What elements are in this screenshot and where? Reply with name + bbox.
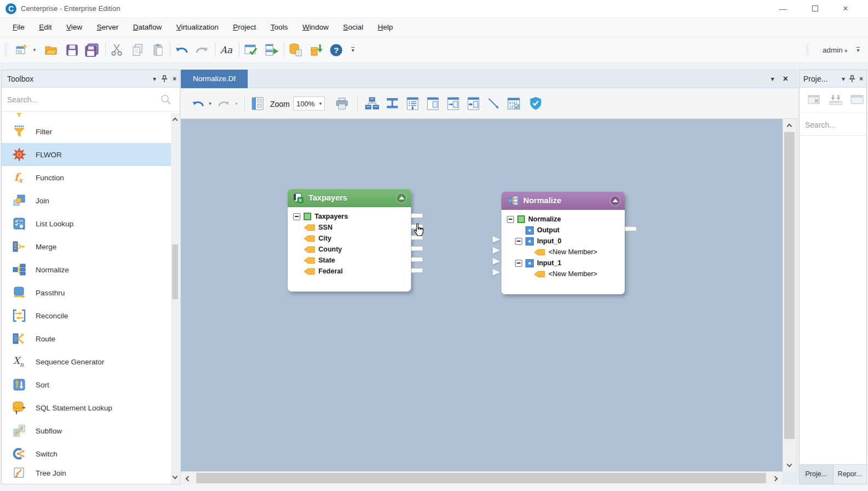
collapse-expander-icon[interactable]: [507, 216, 514, 223]
database-lookup-button[interactable]: [287, 42, 304, 58]
input-port[interactable]: [493, 247, 500, 254]
preview-data-button[interactable]: 010110: [505, 95, 523, 112]
tree-row-output[interactable]: * Output: [507, 225, 621, 236]
toolbox-item-partial[interactable]: [2, 112, 172, 120]
link-style-button[interactable]: [484, 95, 503, 112]
tree-row-input1[interactable]: * Input_1: [507, 258, 621, 269]
output-port[interactable]: [625, 226, 637, 231]
help-button[interactable]: ?: [328, 42, 344, 58]
maximize-button[interactable]: [807, 2, 823, 15]
toolbox-item-subflow[interactable]: Subflow: [2, 419, 172, 442]
toolbar-grip[interactable]: [806, 43, 809, 57]
tab-project-explorer[interactable]: Proje...: [800, 465, 833, 484]
tree-row-input0[interactable]: * Input_0: [507, 236, 621, 247]
undo-button[interactable]: [173, 42, 190, 58]
close-button[interactable]: ×: [837, 2, 854, 15]
collapse-node-button[interactable]: [610, 196, 620, 206]
tree-row-root[interactable]: Taxpayers: [293, 211, 408, 222]
toolbox-item-switch[interactable]: Switch: [2, 442, 172, 465]
cut-button[interactable]: [108, 42, 125, 58]
scroll-down-button[interactable]: [783, 459, 796, 471]
scroll-right-button[interactable]: [769, 472, 783, 485]
tab-list-caret-icon[interactable]: ▾: [771, 75, 774, 83]
tree-row-root[interactable]: Normalize: [507, 214, 621, 225]
toolbox-item-sql-statement-lookup[interactable]: SQL Statement Lookup: [2, 396, 172, 419]
toolbox-item-join[interactable]: Join: [2, 189, 172, 212]
scroll-left-button[interactable]: [181, 472, 194, 485]
scrollbar-thumb[interactable]: [784, 132, 795, 439]
redo-button[interactable]: [194, 42, 210, 58]
canvas-horizontal-scrollbar[interactable]: [181, 471, 783, 484]
input-port[interactable]: [493, 258, 500, 265]
toolbox-item-normalize[interactable]: Normalize: [2, 258, 172, 281]
canvas-undo-button[interactable]: [190, 95, 206, 112]
tree-row-field[interactable]: City: [293, 233, 408, 244]
scroll-up-button[interactable]: [783, 119, 796, 131]
tree-layout-button[interactable]: [383, 95, 402, 112]
tab-report[interactable]: Repor...: [833, 465, 867, 484]
minimize-button[interactable]: —: [775, 2, 791, 15]
font-button[interactable]: Aa: [218, 42, 235, 58]
tree-row-new-member[interactable]: <New Member>: [507, 269, 621, 279]
output-port[interactable]: [411, 257, 423, 262]
taxpayers-node-header[interactable]: X Taxpayers: [288, 189, 411, 207]
toolbox-menu-caret-icon[interactable]: ▾: [153, 70, 156, 88]
layout-options-button[interactable]: [249, 95, 266, 112]
collapse-expander-icon[interactable]: [293, 213, 300, 220]
tree-row-field[interactable]: SSN: [293, 222, 408, 233]
toolbox-item-sort[interactable]: Sort: [2, 373, 172, 396]
tree-row-field[interactable]: Federal: [293, 266, 408, 277]
list-layout-button[interactable]: [403, 95, 422, 112]
paste-button[interactable]: [150, 42, 167, 58]
toolbox-item-merge[interactable]: Merge: [2, 235, 172, 258]
verify-shield-button[interactable]: [526, 95, 545, 112]
normalize-node-header[interactable]: Normalize: [501, 192, 625, 210]
project-menu-caret-icon[interactable]: ▾: [842, 70, 845, 88]
dataflow-canvas[interactable]: X Taxpayers Taxpayers SSN: [181, 119, 783, 471]
toolbox-item-reconcile[interactable]: Reconcile: [2, 304, 172, 327]
print-button[interactable]: [333, 95, 351, 112]
deploy-button[interactable]: [308, 42, 324, 58]
org-chart-layout-button[interactable]: [363, 95, 381, 112]
menu-file[interactable]: File: [7, 18, 31, 37]
verify-window-button[interactable]: [242, 42, 259, 58]
output-port[interactable]: [411, 268, 423, 273]
scrollbar-thumb[interactable]: [172, 244, 178, 299]
panel-expand-button[interactable]: [444, 95, 462, 112]
output-port[interactable]: [411, 213, 423, 218]
canvas-redo-caret[interactable]: ▾: [233, 95, 240, 112]
menu-virtualization[interactable]: Virtualization: [170, 18, 225, 37]
tab-normalize-df[interactable]: Normalize.Df: [181, 70, 248, 88]
toolbox-scrollbar[interactable]: [171, 113, 179, 483]
scroll-up-button[interactable]: [171, 113, 179, 125]
canvas-redo-button[interactable]: [216, 95, 232, 112]
zoom-combobox[interactable]: 100% ▾: [293, 96, 325, 111]
import-items-button[interactable]: [828, 93, 843, 109]
user-menu[interactable]: admin ▾: [823, 46, 847, 54]
menu-tools[interactable]: Tools: [265, 18, 294, 37]
save-button[interactable]: [64, 42, 80, 58]
collapse-expander-icon[interactable]: [515, 260, 522, 267]
canvas-undo-caret[interactable]: ▾: [207, 95, 214, 112]
menu-dataflow[interactable]: Dataflow: [127, 18, 168, 37]
toolbox-item-flwor[interactable]: FLWOR: [2, 143, 172, 166]
toolbar-overflow-button-right[interactable]: ▾: [854, 42, 863, 58]
toolbox-item-function[interactable]: fx Function: [2, 166, 172, 189]
toolbar-overflow-button[interactable]: ▾: [349, 42, 357, 58]
output-port[interactable]: [411, 246, 423, 251]
new-dropdown-caret[interactable]: ▾: [31, 42, 38, 58]
new-dataflow-button[interactable]: [13, 42, 30, 58]
collapse-expander-icon[interactable]: [515, 238, 522, 245]
collapse-node-button[interactable]: [396, 193, 407, 203]
pin-icon[interactable]: [161, 75, 168, 83]
tab-close-icon[interactable]: ×: [783, 74, 788, 84]
menu-server[interactable]: Server: [90, 18, 124, 37]
toolbox-search-input[interactable]: [7, 92, 141, 107]
project-close-icon[interactable]: ×: [859, 70, 863, 88]
toolbox-item-passthru[interactable]: Passthru: [2, 281, 172, 304]
tree-row-field[interactable]: State: [293, 255, 408, 266]
new-window-button[interactable]: [850, 93, 864, 109]
project-search-input[interactable]: [805, 117, 860, 133]
menu-edit[interactable]: Edit: [33, 18, 58, 37]
menu-view[interactable]: View: [60, 18, 88, 37]
